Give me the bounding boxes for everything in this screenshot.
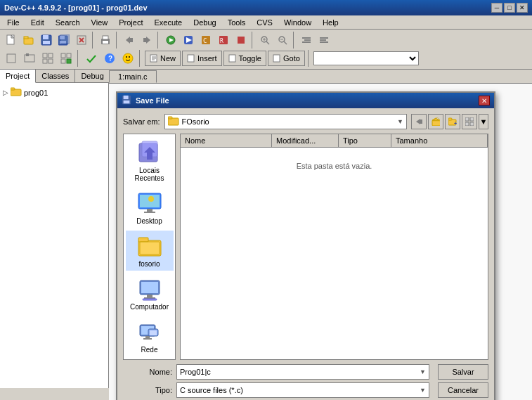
col-header-size[interactable]: Tamanho: [391, 134, 488, 147]
menu-project[interactable]: Project: [115, 17, 147, 28]
svg-rect-29: [238, 37, 245, 44]
tb-build[interactable]: [162, 32, 179, 49]
menu-help[interactable]: Help: [318, 17, 343, 28]
svg-rect-51: [67, 53, 71, 58]
fields-and-buttons: Nome: Prog01|c ▼ Tipo: C source files (*…: [123, 364, 488, 398]
tb-run[interactable]: [180, 32, 197, 49]
svg-point-56: [123, 53, 133, 63]
place-computer-label: Computador: [130, 303, 169, 311]
nav-view-arrow[interactable]: ▼: [479, 114, 488, 129]
svg-rect-93: [138, 238, 148, 242]
maximize-button[interactable]: □: [504, 3, 515, 13]
tb-r2-2[interactable]: [21, 50, 38, 67]
menu-search[interactable]: Search: [51, 17, 84, 28]
svg-text:?: ?: [108, 55, 112, 63]
tb-r2-separator: [77, 50, 80, 67]
tb-r2-help[interactable]: ?: [101, 50, 118, 67]
save-button[interactable]: Salvar: [438, 364, 488, 380]
nav-up-button[interactable]: [428, 114, 443, 129]
tree-item-root[interactable]: ▷ prog01: [3, 86, 105, 99]
sidebar-tab-debug[interactable]: Debug: [75, 70, 110, 82]
tb-zoom-in[interactable]: [257, 32, 273, 49]
nav-back-button[interactable]: [411, 114, 427, 129]
sidebar-tab-classes[interactable]: Classes: [36, 70, 75, 82]
tb-back[interactable]: [121, 32, 138, 49]
nav-view-button[interactable]: [462, 114, 477, 129]
svg-rect-42: [320, 41, 328, 43]
svg-rect-40: [320, 37, 328, 39]
location-value: FOsorio: [182, 117, 209, 126]
content-tab-main[interactable]: 1:main.c: [109, 70, 157, 83]
location-dropdown-arrow[interactable]: ▼: [397, 118, 403, 125]
type-row: Tipo: C source files (*.c) ▼: [123, 382, 429, 398]
tb-rebuild[interactable]: R: [215, 32, 232, 49]
svg-rect-90: [144, 212, 155, 213]
menu-edit[interactable]: Edit: [27, 17, 48, 28]
menu-execute[interactable]: Execute: [150, 17, 186, 28]
col-header-name[interactable]: Nome: [181, 134, 272, 147]
svg-text:C: C: [203, 37, 207, 44]
tb-print[interactable]: [97, 32, 114, 49]
place-fosorio[interactable]: fosorio: [126, 231, 174, 271]
tb-toggle-button[interactable]: Toggle: [223, 51, 266, 66]
cancel-button[interactable]: Cancelar: [438, 382, 488, 398]
type-input[interactable]: C source files (*.c) ▼: [176, 382, 429, 398]
tb-indent[interactable]: [298, 32, 315, 49]
menu-window[interactable]: Window: [280, 17, 316, 28]
dialog-close-button[interactable]: ✕: [479, 96, 490, 105]
place-recent[interactable]: Locais Recentes: [126, 137, 174, 185]
class-combo[interactable]: [313, 51, 419, 65]
tb-save-all[interactable]: [56, 32, 72, 49]
menu-tools[interactable]: Tools: [223, 17, 250, 28]
tb-outdent[interactable]: [316, 32, 332, 49]
tb-new-button[interactable]: New: [145, 51, 181, 66]
tb-insert-button[interactable]: Insert: [182, 51, 222, 66]
place-desktop[interactable]: Desktop: [126, 188, 174, 228]
location-combo[interactable]: FOsorio ▼: [164, 114, 407, 129]
tb-new-file[interactable]: [3, 32, 20, 49]
tb-r2-1[interactable]: [3, 50, 20, 67]
tb-r2-3[interactable]: [39, 50, 56, 67]
menu-debug[interactable]: Debug: [189, 17, 220, 28]
svg-text:R: R: [220, 38, 223, 44]
tb-r2-smiley[interactable]: [119, 50, 136, 67]
file-list-area: Nome Modificad... Tipo Tamanho Esta past…: [180, 134, 488, 360]
col-header-type[interactable]: Tipo: [339, 134, 391, 147]
svg-point-58: [129, 56, 130, 58]
svg-rect-38: [304, 39, 311, 41]
svg-rect-5: [43, 35, 48, 39]
menu-file[interactable]: File: [3, 17, 24, 28]
svg-point-91: [148, 196, 154, 202]
place-fosorio-label: fosorio: [138, 260, 160, 268]
tb-r2-4[interactable]: [58, 50, 74, 67]
tb-stop[interactable]: [233, 32, 249, 49]
tb-forward[interactable]: [138, 32, 155, 49]
sidebar-tab-project[interactable]: Project: [0, 70, 36, 83]
tb-open[interactable]: [20, 32, 37, 49]
menu-cvs[interactable]: CVS: [252, 17, 277, 28]
tb-zoom-out[interactable]: [274, 32, 291, 49]
place-network[interactable]: Rede: [126, 316, 174, 356]
svg-rect-52: [61, 59, 65, 63]
place-recent-label: Locais Recentes: [129, 167, 171, 182]
minimize-button[interactable]: ─: [491, 3, 502, 13]
menu-view[interactable]: View: [87, 17, 112, 28]
dialog-nav-buttons: + ▼: [411, 114, 488, 129]
tb-goto-button[interactable]: Goto: [268, 51, 305, 66]
name-input[interactable]: Prog01|c ▼: [176, 364, 429, 380]
type-dropdown-arrow[interactable]: ▼: [420, 387, 426, 394]
window-controls: ─ □ ✕: [491, 3, 528, 13]
name-dropdown-arrow[interactable]: ▼: [420, 368, 426, 375]
col-header-modified[interactable]: Modificad...: [272, 134, 339, 147]
action-buttons: Salvar Cancelar: [438, 364, 488, 398]
tb-save[interactable]: [38, 32, 55, 49]
place-computer[interactable]: Computador: [126, 273, 174, 314]
svg-rect-18: [130, 38, 133, 42]
close-button[interactable]: ✕: [517, 3, 528, 13]
svg-rect-96: [141, 282, 158, 293]
tb-compile[interactable]: C: [197, 32, 214, 49]
place-desktop-label: Desktop: [136, 217, 162, 225]
tb-close[interactable]: [73, 32, 90, 49]
tb-r2-check[interactable]: [83, 50, 100, 67]
nav-new-folder-button[interactable]: +: [445, 114, 460, 129]
